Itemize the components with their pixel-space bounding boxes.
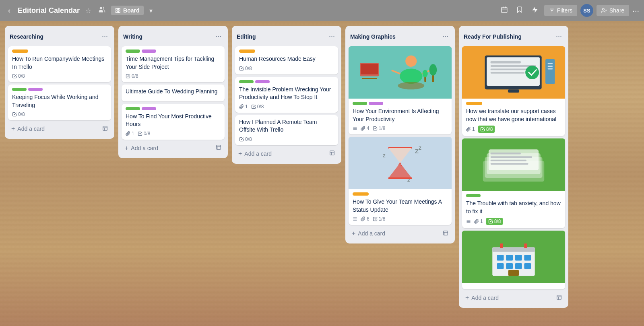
list-title-writing: Writing [123, 33, 142, 40]
dropdown-icon[interactable]: ▾ [148, 5, 154, 16]
card-attachments-rfp2: 1 [474, 219, 483, 224]
svg-rect-98 [557, 295, 561, 300]
lightning-icon[interactable] [529, 4, 541, 17]
svg-rect-90 [524, 255, 531, 261]
card-labels-mg2 [353, 192, 448, 196]
card-checklist-e3: 0/8 [239, 136, 252, 142]
card-label [466, 194, 481, 197]
bookmark-icon[interactable] [514, 4, 526, 17]
svg-rect-91 [497, 263, 504, 269]
card-cover-rfp2 [462, 138, 565, 191]
svg-rect-97 [524, 243, 527, 248]
card-checklist-rfp2: 8/8 [486, 218, 503, 225]
card-meta-w3: 1 0/8 [126, 131, 221, 136]
card-title-w3: How To Find Your Most Productive Hours [126, 113, 221, 128]
card-e3[interactable]: How I Planned A Remote Team Offsite With… [235, 115, 338, 145]
list-menu-btn-writing[interactable]: ··· [214, 31, 223, 41]
card-template-icon[interactable] [329, 150, 335, 157]
card-rfp3[interactable] [462, 231, 565, 289]
svg-rect-93 [515, 263, 522, 269]
svg-marker-9 [532, 6, 538, 12]
card-meta-rfp1: 1 8/8 [466, 126, 561, 133]
card-checklist-mg1: 1/8 [373, 126, 386, 131]
card-label [142, 50, 156, 53]
svg-rect-68 [545, 59, 555, 84]
card-w3[interactable]: How To Find Your Most Productive Hours 1… [122, 104, 225, 140]
share-button[interactable]: Share [597, 5, 629, 16]
star-icon[interactable]: ☆ [84, 5, 93, 16]
add-card-btn-writing[interactable]: + Add a card [122, 142, 225, 154]
card-template-icon[interactable] [102, 126, 108, 132]
plus-icon: + [125, 144, 128, 152]
card-label [12, 50, 28, 53]
team-icon[interactable] [97, 4, 107, 17]
svg-rect-92 [506, 263, 513, 269]
add-card-left: + Add a card [11, 125, 45, 132]
svg-rect-77 [491, 153, 521, 155]
card-rfp2[interactable]: The Trouble with tab anxiety, and how to… [462, 138, 565, 228]
card-cover-rfp3 [462, 231, 565, 283]
svg-text:Z: Z [419, 146, 421, 151]
card-labels-r1 [12, 50, 107, 53]
card-title-w1: Time Management Tips for Tackling Your S… [126, 55, 221, 71]
add-card-btn-ready-for-publishing[interactable]: + Add a card [462, 292, 565, 304]
card-title-e3: How I Planned A Remote Team Offsite With… [239, 118, 334, 134]
card-lines-icon [353, 126, 357, 131]
card-w2[interactable]: Ultimate Guide To Wedding Planning [122, 85, 225, 101]
board-badge-label: Board [123, 7, 139, 14]
back-button[interactable]: ‹ [5, 5, 14, 17]
filters-button[interactable]: Filters [544, 5, 577, 16]
svg-rect-88 [506, 255, 513, 261]
card-label [12, 88, 27, 91]
card-mg1[interactable]: How Your Environment Is Affecting Your P… [349, 46, 452, 134]
avatar[interactable]: SS [580, 4, 593, 17]
more-icon[interactable]: ··· [632, 6, 639, 15]
list-menu-btn-making-graphics[interactable]: ··· [441, 31, 450, 41]
add-card-btn-editing[interactable]: + Add a card [235, 148, 338, 160]
svg-rect-4 [118, 11, 120, 12]
list-menu-btn-editing[interactable]: ··· [327, 31, 336, 41]
card-title-r2: Keeping Focus While Working and Travelin… [12, 93, 107, 109]
list-header-editing: Editing ··· [235, 30, 338, 44]
svg-rect-65 [491, 72, 525, 74]
svg-point-0 [100, 7, 102, 9]
card-e2[interactable]: The Invisible Problem Wrecking Your Prod… [235, 77, 338, 113]
card-rfp1[interactable]: How we translate our support cases now t… [462, 46, 565, 136]
card-title-mg2: How To Give Your Team Meetings A Status … [353, 198, 448, 214]
svg-rect-5 [502, 7, 507, 13]
card-template-icon[interactable] [443, 230, 448, 237]
card-labels-r2 [12, 88, 107, 91]
list-title-ready-for-publishing: Ready For Publishing [464, 33, 522, 40]
card-e1[interactable]: Human Resources Made Easy 0/8 [235, 46, 338, 74]
svg-point-35 [429, 64, 437, 75]
card-label [239, 50, 255, 53]
list-header-ready-for-publishing: Ready For Publishing ··· [462, 30, 565, 44]
svg-rect-70 [548, 66, 553, 67]
list-editing: Editing ··· Human Resources Made Easy 0/… [232, 26, 341, 164]
svg-rect-22 [330, 151, 334, 155]
card-r2[interactable]: Keeping Focus While Working and Travelin… [8, 85, 111, 120]
svg-rect-89 [515, 255, 522, 261]
card-mg2[interactable]: Z Z Z Z How To Give Your Team Meetings A… [349, 137, 452, 225]
card-template-icon[interactable] [556, 295, 562, 301]
card-title-r1: How To Run Companywide Meetings In Trell… [12, 55, 107, 71]
svg-rect-1 [116, 8, 118, 10]
add-card-left: + Add a card [238, 150, 272, 157]
card-template-icon[interactable] [216, 144, 221, 151]
add-card-label: Add a card [244, 151, 272, 157]
board-title[interactable]: Editorial Calendar [18, 6, 80, 15]
card-w1[interactable]: Time Management Tips for Tackling Your S… [122, 46, 225, 82]
svg-rect-86 [492, 248, 535, 252]
list-menu-btn-ready-for-publishing[interactable]: ··· [554, 31, 564, 41]
svg-rect-3 [116, 11, 118, 12]
calendar-icon[interactable] [498, 4, 510, 17]
svg-rect-79 [491, 160, 526, 161]
list-menu-btn-researching[interactable]: ··· [100, 31, 109, 41]
svg-rect-71 [548, 68, 553, 70]
list-header-writing: Writing ··· [122, 30, 225, 44]
add-card-btn-making-graphics[interactable]: + Add a card [349, 227, 452, 239]
card-r1[interactable]: How To Run Companywide Meetings In Trell… [8, 46, 111, 82]
add-card-btn-researching[interactable]: + Add a card [8, 123, 111, 135]
board-badge[interactable]: Board [111, 6, 143, 15]
card-title-mg1: How Your Environment Is Affecting Your P… [353, 107, 448, 123]
